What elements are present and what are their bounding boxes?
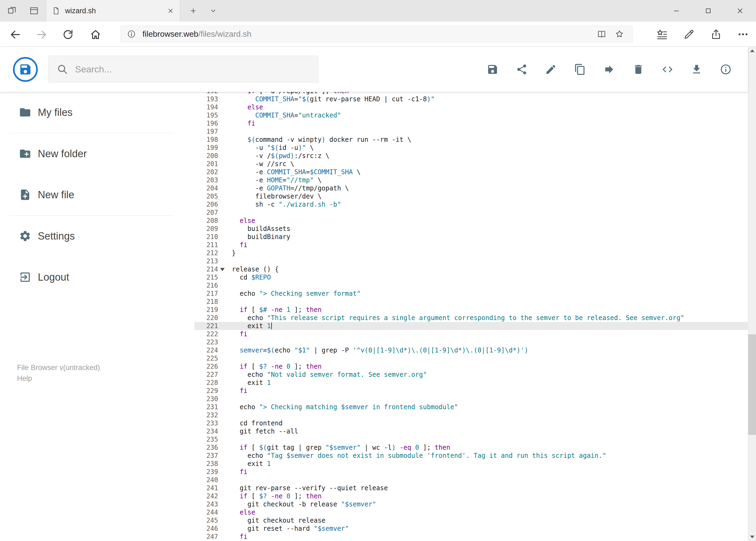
code-line-206[interactable]: 206 sh -c "./wizard.sh -b"	[194, 201, 748, 209]
code-line-242[interactable]: 242 if [ $? -ne 0 ]; then	[194, 492, 748, 500]
code-line-225[interactable]: 225	[194, 354, 748, 362]
code-line-234[interactable]: 234 git fetch --all	[194, 427, 748, 435]
code-line-193[interactable]: 193 COMMIT_SHA="$(git rev-parse HEAD | c…	[194, 95, 748, 103]
share-icon[interactable]	[710, 28, 722, 40]
code-line-212[interactable]: 212}	[194, 249, 748, 257]
forward-icon[interactable]	[36, 29, 48, 41]
code-line-196[interactable]: 196 fi	[194, 119, 748, 128]
favorite-star-icon[interactable]	[615, 29, 624, 39]
code-line-229[interactable]: 229 fi	[194, 387, 748, 395]
info-button[interactable]	[720, 64, 732, 75]
address-bar[interactable]: filebrowser.web/files/wizard.sh	[121, 26, 632, 42]
minimize-button[interactable]	[660, 0, 692, 22]
code-line-209[interactable]: 209 buildAssets	[194, 225, 748, 233]
code-line-238[interactable]: 238 exit 1	[194, 460, 748, 468]
save-button[interactable]	[487, 64, 499, 75]
code-line-195[interactable]: 195 COMMIT_SHA="untracked"	[194, 111, 748, 119]
reading-view-icon[interactable]	[597, 29, 607, 39]
close-button[interactable]	[724, 0, 756, 22]
scroll-down-icon[interactable]	[748, 533, 756, 541]
code-line-192[interactable]: 192 if [ -d /repo/.git ]; then	[194, 92, 748, 95]
code-editor[interactable]: 192 if [ -d /repo/.git ]; then193 COMMIT…	[194, 92, 748, 541]
edit-button[interactable]	[545, 64, 557, 75]
tabs-set-aside-icon[interactable]	[5, 4, 19, 18]
back-icon[interactable]	[9, 29, 21, 41]
code-line-218[interactable]: 218	[194, 297, 748, 306]
code-line-214[interactable]: 214release () {	[194, 265, 748, 273]
code-line-233[interactable]: 233 cd frontend	[194, 419, 748, 427]
share-button[interactable]	[516, 64, 528, 75]
code-line-228[interactable]: 228 exit 1	[194, 379, 748, 387]
code-line-210[interactable]: 210 buildBinary	[194, 233, 748, 241]
vertical-scrollbar[interactable]	[748, 47, 756, 541]
tab-close-icon[interactable]	[167, 7, 174, 14]
help-link[interactable]: Help	[17, 373, 100, 383]
fold-marker-icon[interactable]	[220, 268, 225, 271]
code-line-246[interactable]: 246 git reset --hard "$semver"	[194, 525, 748, 533]
code-line-219[interactable]: 219 if [ $# -ne 1 ]; then	[194, 306, 748, 314]
tabs-preview-icon[interactable]	[27, 4, 41, 18]
code-line-243[interactable]: 243 git checkout -b release "$semver"	[194, 500, 748, 508]
maximize-button[interactable]	[692, 0, 724, 22]
scroll-up-icon[interactable]	[748, 47, 756, 55]
code-line-241[interactable]: 241 git rev-parse --verify --quiet relea…	[194, 484, 748, 492]
code-line-220[interactable]: 220 echo "This release script requires a…	[194, 314, 748, 322]
code-line-235[interactable]: 235	[194, 435, 748, 443]
code-line-201[interactable]: 201 -w //src \	[194, 160, 748, 168]
copy-button[interactable]	[574, 64, 586, 75]
code-line-226[interactable]: 226 if [ $? -ne 0 ]; then	[194, 362, 748, 370]
code-line-198[interactable]: 198 $(command -v winpty) docker run --rm…	[194, 136, 748, 144]
search-box[interactable]	[48, 56, 319, 83]
browser-tab[interactable]: wizard.sh	[46, 0, 180, 22]
tab-list-chevron-icon[interactable]	[205, 0, 221, 22]
code-line-200[interactable]: 200 -v /$(pwd):/src:z \	[194, 152, 748, 160]
code-line-213[interactable]: 213	[194, 257, 748, 265]
hub-favorites-icon[interactable]	[656, 28, 668, 40]
code-line-211[interactable]: 211 fi	[194, 241, 748, 249]
code-line-208[interactable]: 208 else	[194, 217, 748, 225]
code-button[interactable]	[661, 64, 673, 75]
refresh-icon[interactable]	[62, 29, 74, 41]
code-line-244[interactable]: 244 else	[194, 508, 748, 516]
sidebar-item-my-files[interactable]: My files	[0, 92, 193, 133]
code-line-223[interactable]: 223	[194, 338, 748, 346]
move-button[interactable]	[603, 64, 615, 75]
site-info-icon[interactable]	[127, 29, 136, 39]
download-button[interactable]	[691, 64, 702, 75]
filebrowser-logo[interactable]	[13, 57, 38, 82]
code-line-227[interactable]: 227 echo "Not valid semver format. See s…	[194, 370, 748, 379]
code-line-230[interactable]: 230	[194, 395, 748, 403]
sidebar-item-settings[interactable]: Settings	[0, 216, 193, 257]
code-line-221[interactable]: 221 exit 1	[194, 322, 748, 330]
code-line-240[interactable]: 240	[194, 476, 748, 484]
code-line-224[interactable]: 224 semver=$(echo "$1" | grep -P '^v(0|[…	[194, 346, 748, 354]
code-line-217[interactable]: 217 echo "> Checking semver format"	[194, 289, 748, 297]
code-line-237[interactable]: 237 echo "Tag $semver does not exist in …	[194, 452, 748, 460]
search-input[interactable]	[75, 64, 318, 75]
web-notes-pen-icon[interactable]	[683, 28, 695, 40]
code-line-205[interactable]: 205 filebrowser/dev \	[194, 192, 748, 201]
code-line-202[interactable]: 202 -e COMMIT_SHA=$COMMIT_SHA \	[194, 168, 748, 176]
code-line-207[interactable]: 207	[194, 209, 748, 217]
delete-button[interactable]	[632, 64, 644, 75]
code-line-216[interactable]: 216	[194, 281, 748, 289]
code-line-204[interactable]: 204 -e GOPATH=//tmp/gopath \	[194, 184, 748, 192]
code-line-231[interactable]: 231 echo "> Checking matching $semver in…	[194, 403, 748, 411]
code-line-199[interactable]: 199 -u "$(id -u)" \	[194, 144, 748, 152]
code-line-247[interactable]: 247 fi	[194, 533, 748, 541]
code-line-215[interactable]: 215 cd $REPO	[194, 273, 748, 281]
scrollbar-thumb[interactable]	[748, 334, 756, 435]
code-line-236[interactable]: 236 if [ $(git tag | grep "$semver" | wc…	[194, 443, 748, 452]
new-tab-button[interactable]	[185, 0, 202, 22]
code-line-239[interactable]: 239 fi	[194, 468, 748, 476]
home-icon[interactable]	[90, 29, 102, 41]
code-line-194[interactable]: 194 else	[194, 103, 748, 111]
sidebar-item-logout[interactable]: Logout	[0, 257, 193, 297]
code-line-245[interactable]: 245 git checkout release	[194, 516, 748, 525]
sidebar-item-new-file[interactable]: New file	[0, 174, 193, 215]
code-line-222[interactable]: 222 fi	[194, 330, 748, 338]
code-line-197[interactable]: 197	[194, 128, 748, 136]
more-menu-icon[interactable]	[737, 28, 749, 40]
sidebar-item-new-folder[interactable]: New folder	[0, 133, 193, 174]
code-line-232[interactable]: 232	[194, 411, 748, 419]
